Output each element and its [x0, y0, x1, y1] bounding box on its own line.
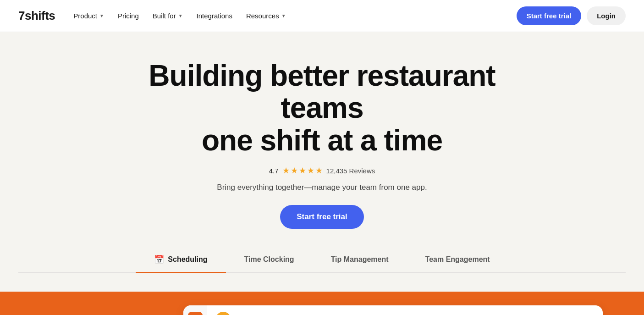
rating-count: 12,435 Reviews	[326, 167, 375, 175]
tab-time-clocking-label: Time Clocking	[244, 255, 294, 264]
hero-title: Building better restaurant teams one shi…	[116, 60, 528, 156]
nav-actions: Start free trial Login	[517, 6, 626, 25]
app-logo-mini: 7	[188, 312, 203, 315]
navbar: 7shifts Product ▼ Pricing Built for ▼ In…	[0, 0, 644, 32]
hero-subtitle: Bring everything together—manage your te…	[217, 183, 427, 192]
stars: ★ ★ ★ ★ ★	[282, 166, 323, 176]
tab-tip-management[interactable]: Tip Management	[313, 247, 407, 273]
main-header-row: 🍕 Dustin's Pizza	[215, 312, 594, 315]
start-trial-button-nav[interactable]: Start free trial	[517, 6, 582, 25]
nav-built-for[interactable]: Built for ▼	[153, 12, 183, 20]
star-2: ★	[291, 166, 298, 176]
tab-team-engagement[interactable]: Team Engagement	[407, 247, 508, 273]
nav-pricing[interactable]: Pricing	[118, 12, 139, 20]
star-1: ★	[282, 166, 290, 176]
star-half-icon: ★	[315, 166, 323, 176]
chevron-down-icon: ▼	[178, 13, 183, 18]
star-3: ★	[299, 166, 306, 176]
tab-team-engagement-label: Team Engagement	[425, 255, 490, 264]
tab-scheduling[interactable]: 📅 Scheduling	[136, 247, 226, 273]
chevron-down-icon: ▼	[99, 13, 104, 18]
feature-tabs: 📅 Scheduling Time Clocking Tip Managemen…	[18, 247, 626, 273]
main-content: 🍕 Dustin's Pizza < 📅 Jun 5, 2023 → Jun 1…	[207, 305, 603, 315]
logo[interactable]: 7shifts	[18, 9, 55, 23]
chevron-down-icon: ▼	[281, 13, 286, 18]
nav-product[interactable]: Product ▼	[73, 12, 104, 20]
login-button[interactable]: Login	[587, 6, 626, 25]
business-logo: 🍕	[215, 312, 231, 315]
start-trial-button-hero[interactable]: Start free trial	[280, 205, 364, 229]
nav-links: Product ▼ Pricing Built for ▼ Integratio…	[73, 12, 516, 20]
calendar-icon: 📅	[154, 254, 164, 265]
tab-time-clocking[interactable]: Time Clocking	[226, 247, 313, 273]
tab-scheduling-label: Scheduling	[168, 255, 207, 264]
preview-section: Set My Schedule 📅 🕐 Time 9:00 AM → 5:00 …	[0, 292, 644, 315]
rating-value: 4.7	[269, 167, 279, 175]
tab-tip-management-label: Tip Management	[331, 255, 389, 264]
star-4: ★	[307, 166, 314, 176]
nav-integrations[interactable]: Integrations	[197, 12, 232, 20]
hero-section: Building better restaurant teams one shi…	[0, 32, 644, 292]
nav-resources[interactable]: Resources ▼	[246, 12, 286, 20]
rating-row: 4.7 ★ ★ ★ ★ ★ 12,435 Reviews	[269, 166, 375, 176]
main-app-card: 7 👤 📅 😊 🍕 Dustin's Pizza < 📅 Jun 5, 2023…	[183, 305, 603, 315]
app-sidebar: 7 👤 📅 😊	[183, 305, 207, 315]
